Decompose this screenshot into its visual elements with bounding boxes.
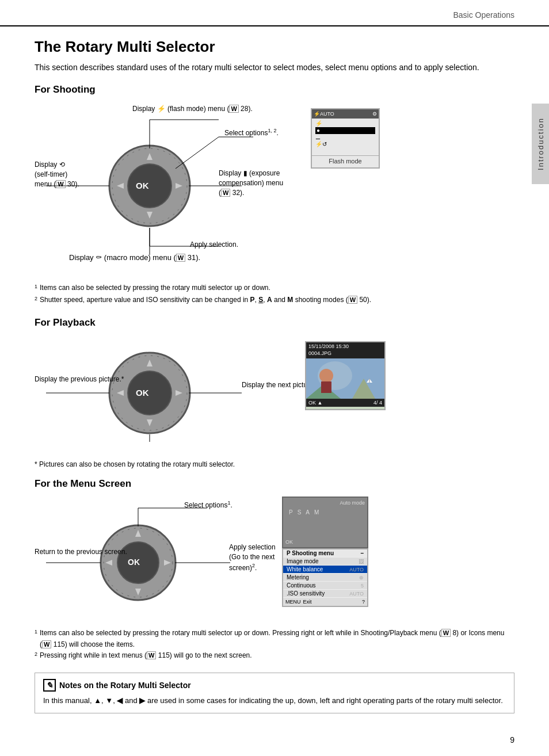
menu-item-4: Continuous 5: [283, 582, 367, 590]
playback-ok-label: OK: [136, 388, 149, 398]
side-tab-label: Introduction: [536, 117, 545, 170]
svg-point-2: [128, 164, 171, 208]
menu-header-row: P Shooting menu –: [283, 549, 367, 558]
playback-screen-info: 15/11/2008 15:30 0004.JPG: [306, 342, 384, 358]
fn1-num: 1: [35, 282, 37, 295]
notes-heading: Notes on the Rotary Multi Selector: [59, 679, 191, 692]
mode-icon-s: S: [298, 509, 302, 516]
notes-text: In this manual, ▲, ▼, ◀ and ▶ are used i…: [43, 695, 506, 707]
menu-footer-menu: MENU: [285, 599, 301, 605]
notes-title: ✎ Notes on the Rotary Multi Selector: [43, 679, 506, 692]
menu-camera-view: Auto mode P S A M OK: [282, 497, 368, 548]
asterisk-note: * Pictures can also be chosen by rotatin…: [35, 459, 514, 469]
menu-fn1-text: Items can also be selected by pressing t…: [40, 628, 514, 650]
main-content: The Rotary Multi Selector This section d…: [0, 38, 549, 731]
svg-line-9: [176, 137, 219, 169]
mode-icon-a: A: [306, 509, 310, 516]
menu-item-1-icon: 🖼: [359, 559, 364, 564]
screen-icon-2: ●: [315, 127, 375, 134]
menu-top-annotation: Select options1.: [184, 500, 232, 509]
mode-icon-p: P: [289, 509, 293, 516]
screen-icon-4: ⚡↺: [315, 141, 375, 148]
shooting-diagram: OK Display ⚡ (flash mode) menu (W 28). S…: [35, 102, 293, 265]
footnote-1: 1 Items can also be selected by pressing…: [35, 282, 514, 295]
playback-image-svg: [306, 358, 384, 399]
menu-item-5: .ISO sensitivity AUTO: [283, 590, 367, 598]
menu-screen-panel: P Shooting menu – Image mode 🖼 White bal…: [282, 548, 368, 607]
menu-fn1: 1 Items can also be selected by pressing…: [35, 628, 514, 650]
menu-item-3-icon: ⊕: [359, 575, 364, 581]
playback-diagram: OK Display the previous picture.* Displa…: [35, 335, 276, 452]
annotation-exposure: Display ▮ (exposurecompensation) menu(W …: [219, 169, 283, 197]
playback-filename: 0004.JPG: [308, 350, 382, 357]
camera-ok-btn: OK: [285, 539, 293, 545]
page-header: Basic Operations: [0, 0, 549, 26]
screen-icons-area: ⚡ ● ⚊ ⚡↺: [312, 119, 379, 150]
asterisk-note-text: Pictures can also be chosen by rotating …: [39, 460, 235, 468]
page-number: 9: [510, 735, 514, 744]
menu-mode-label: Auto mode: [340, 500, 365, 506]
notes-box: ✎ Notes on the Rotary Multi Selector In …: [35, 673, 514, 713]
svg-point-32: [319, 369, 333, 383]
playback-diagram-row: OK Display the previous picture.* Displa…: [35, 335, 514, 452]
menu-ok-label: OK: [128, 558, 140, 567]
annotation-macro: Display ⚰ (macro mode) menu (W 31).: [69, 253, 200, 262]
svg-rect-33: [321, 381, 331, 393]
menu-header-label: P Shooting menu: [287, 550, 334, 556]
screen-icon-1: ⚡: [315, 120, 375, 127]
shooting-diagram-row: OK Display ⚡ (flash mode) menu (W 28). S…: [35, 102, 514, 265]
shooting-footnotes: 1 Items can also be selected by pressing…: [35, 282, 514, 307]
mode-icon-m: M: [314, 509, 319, 516]
flash-mode-screen-container: ⚡AUTO ⚙ ⚡ ● ⚊ ⚡↺ Flash mode: [299, 108, 380, 169]
menu-item-4-label: Continuous: [287, 582, 316, 589]
menu-header-icon: –: [360, 550, 364, 556]
menu-item-3-label: Metering: [287, 574, 309, 581]
flash-mode-label: Flash mode: [312, 155, 379, 165]
screen-top-bar: ⚡AUTO ⚙: [312, 109, 379, 119]
annotation-select-options: Select options1, 2.: [224, 128, 279, 137]
playback-image: [306, 358, 384, 399]
menu-footer: MENU Exit ?: [283, 598, 367, 606]
fn2-text: Shutter speed, aperture value and ISO se…: [40, 295, 371, 307]
menu-item-5-label: .ISO sensitivity: [287, 590, 325, 597]
menu-screen-container: Auto mode P S A M OK P Shooting menu –: [282, 497, 368, 607]
footnote-2: 2 Shutter speed, aperture value and ISO …: [35, 295, 514, 307]
playback-screen: 15/11/2008 15:30 0004.JPG: [305, 341, 386, 410]
menu-footer-help: ?: [362, 599, 365, 605]
pb-ok: OK ▲: [308, 400, 322, 406]
menu-fn2: 2 Pressing right while in text menus (W …: [35, 650, 514, 662]
menu-item-2-label: White balance: [287, 566, 323, 572]
screen-icon-3: ⚊: [315, 134, 375, 141]
playback-date: 15/11/2008 15:30: [308, 343, 382, 350]
flash-mode-screen: ⚡AUTO ⚙ ⚡ ● ⚊ ⚡↺ Flash mode: [311, 108, 380, 169]
menu-screen-section: For the Menu Screen: [35, 478, 514, 662]
menu-right-annotation: Apply selection(Go to the nextscreen)2.: [229, 543, 276, 572]
page-title: The Rotary Multi Selector: [35, 38, 514, 56]
menu-item-2-icon: AUTO: [349, 567, 364, 572]
menu-fn2-text: Pressing right while in text menus (W 11…: [40, 650, 252, 662]
header-title: Basic Operations: [453, 10, 514, 20]
shooting-heading: For Shooting: [35, 84, 514, 96]
menu-footer-exit: Exit: [303, 599, 312, 605]
menu-footnotes: 1 Items can also be selected by pressing…: [35, 628, 514, 662]
playback-screen-container: 15/11/2008 15:30 0004.JPG: [299, 341, 386, 410]
menu-item-1: Image mode 🖼: [283, 558, 367, 566]
fn2-num: 2: [35, 295, 37, 307]
shooting-section: For Shooting: [35, 84, 514, 307]
menu-item-4-icon: 5: [361, 583, 364, 589]
ok-label: OK: [136, 181, 149, 190]
playback-heading: For Playback: [35, 317, 514, 329]
menu-left-annotation: Return to the previous screen.: [35, 547, 127, 557]
annotation-self-timer: Display ⟲(self-timer)menu (W 30).: [35, 160, 79, 189]
notes-icon: ✎: [43, 679, 56, 692]
menu-item-5-icon: AUTO: [349, 591, 364, 597]
playback-section: For Playback: [35, 317, 514, 469]
playback-svg: [35, 335, 276, 450]
annotation-flash-top: Display ⚡ (flash mode) menu (W 28).: [132, 105, 253, 113]
playback-screen-bottom: OK ▲ 4/ 4: [306, 399, 384, 407]
menu-screen-heading: For the Menu Screen: [35, 478, 514, 490]
pb-count: 4/ 4: [373, 400, 382, 406]
page-intro: This section describes standard uses of …: [35, 62, 514, 74]
fn1-text: Items can also be selected by pressing t…: [40, 282, 270, 295]
svg-point-20: [128, 371, 171, 415]
